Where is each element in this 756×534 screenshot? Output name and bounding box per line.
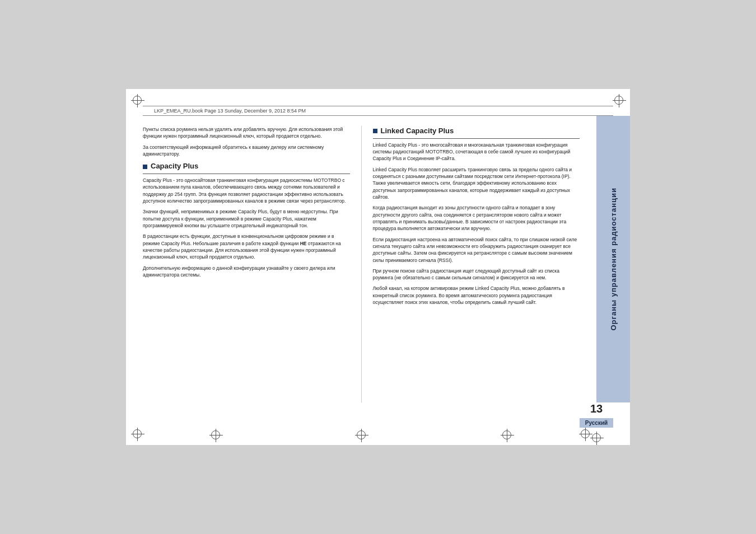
right-para5: При ручном поиске сайта радиостанция ище…	[373, 268, 580, 282]
title-icon-right	[373, 129, 377, 133]
page-number: 13	[590, 402, 603, 415]
title-icon	[143, 165, 147, 169]
capacity-plus-label: Capacity Plus	[151, 161, 198, 172]
corner-mark-tl	[133, 96, 142, 105]
right-para2: Linked Capacity Plus позволяет расширить…	[373, 166, 580, 201]
linked-capacity-plus-label: Linked Capacity Plus	[381, 126, 454, 137]
right-para1: Linked Capacity Plus - это многосайтовая…	[373, 142, 580, 162]
left-intro-para2: За соответствующей информацией обратитес…	[143, 144, 350, 158]
left-para3: В радиостанции есть функции, доступные в…	[143, 233, 350, 260]
left-column: Пункты списка роуминга нельзя удалять ил…	[143, 126, 362, 402]
left-para1: Capacity Plus - это односайтовая транкин…	[143, 177, 350, 204]
left-para4: Дополнительную информацию о данной конфи…	[143, 265, 350, 279]
right-para4: Если радиостанция настроена на автоматич…	[373, 236, 580, 264]
bottom-crosshair-1	[211, 430, 220, 439]
header-bar: LKP_EMEA_RU.book Page 13 Sunday, Decembe…	[143, 106, 613, 116]
page: LKP_EMEA_RU.book Page 13 Sunday, Decembe…	[126, 89, 630, 445]
right-para3: Когда радиостанция выходит из зоны досту…	[373, 204, 580, 232]
right-column: Linked Capacity Plus Linked Capacity Plu…	[362, 126, 580, 402]
bottom-crosshair-3	[502, 430, 511, 439]
left-para2: Значки функций, неприменимых в режиме Ca…	[143, 208, 350, 229]
bottom-crosshair-br	[592, 433, 601, 442]
corner-mark-tr	[614, 96, 623, 105]
bold-ne: НЕ	[300, 241, 307, 246]
left-intro-para1: Пункты списка роуминга нельзя удалять ил…	[143, 126, 350, 140]
language-label: Русский	[580, 418, 613, 428]
capacity-plus-title: Capacity Plus	[143, 161, 350, 174]
bottom-crosshair-2	[357, 430, 366, 439]
header-text: LKP_EMEA_RU.book Page 13 Sunday, Decembe…	[154, 108, 306, 114]
sidebar: Органы управления радиостанции	[596, 116, 630, 402]
footer: 13 Русский	[126, 402, 630, 445]
right-para6: Любой канал, на котором активирован режи…	[373, 285, 580, 306]
linked-capacity-plus-title: Linked Capacity Plus	[373, 126, 580, 139]
sidebar-label: Органы управления радиостанции	[609, 188, 618, 331]
